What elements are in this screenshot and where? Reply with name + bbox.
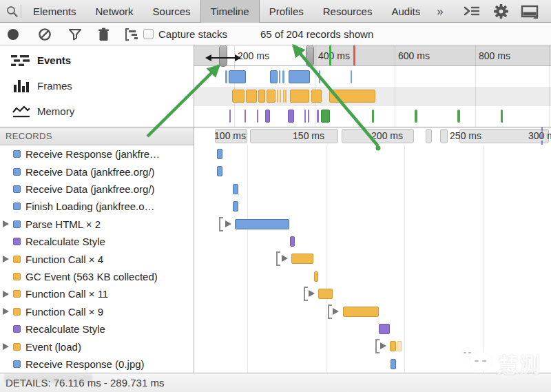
expander-triangle-icon[interactable] xyxy=(3,220,9,227)
events-icon xyxy=(10,54,32,67)
record-list-item[interactable]: Finish Loading (jankfree.o… xyxy=(0,198,194,215)
overview-scripting-bar xyxy=(246,90,257,103)
settings-gear-icon[interactable] xyxy=(493,3,509,19)
overview-loading-bar xyxy=(351,70,352,83)
timeline-record-bar[interactable] xyxy=(217,166,222,176)
sidebar-item-frames[interactable]: Frames xyxy=(0,73,194,99)
records-header: RECORDS xyxy=(0,127,194,145)
record-list-item[interactable]: Function Call × 9 xyxy=(0,303,194,320)
overview-loading-bar xyxy=(270,70,278,83)
frame-duration-bar xyxy=(440,129,448,143)
watermark-bubble-big xyxy=(470,352,492,371)
record-list-item[interactable]: Recalculate Style xyxy=(0,320,194,338)
timeline-record-bar[interactable] xyxy=(314,271,318,282)
flame-chart-icon[interactable] xyxy=(125,28,143,41)
overview-ruler-label: 400 ms xyxy=(318,50,350,61)
expander-triangle-icon[interactable] xyxy=(3,256,9,262)
timeline-record-bar[interactable] xyxy=(291,254,313,264)
overview-gridline xyxy=(395,45,395,127)
overview-painting_green-bar xyxy=(457,110,460,123)
record-list-item[interactable]: Receive Response (jankfre… xyxy=(0,145,194,163)
capture-stacks-checkbox[interactable] xyxy=(143,29,154,39)
tab-profiles[interactable]: Profiles xyxy=(260,0,313,23)
record-list-item[interactable]: Receive Response (0.jpg) xyxy=(0,355,194,373)
overview-pane[interactable]: 200 ms400 ms600 ms800 ms xyxy=(194,45,551,127)
sidebar-item-events[interactable]: Events xyxy=(0,48,194,73)
tab-sources[interactable]: Sources xyxy=(143,0,200,23)
clear-button[interactable] xyxy=(38,28,52,41)
selection-handle-right[interactable] xyxy=(306,45,314,67)
main-timeline-chart xyxy=(194,145,551,373)
record-list-item[interactable]: Function Call × 11 xyxy=(0,285,194,302)
expander-triangle-icon[interactable] xyxy=(380,342,386,349)
timeline-record-bar[interactable] xyxy=(233,184,238,194)
record-label: Parse HTML × 2 xyxy=(25,218,101,230)
timeline-record-bar[interactable] xyxy=(233,201,238,212)
main-ruler-label: 150 ms xyxy=(293,130,324,141)
timeline-record-bar[interactable] xyxy=(290,236,295,247)
dock-side-icon[interactable] xyxy=(521,5,540,19)
sidebar-split-border xyxy=(194,45,194,373)
expander-triangle-icon[interactable] xyxy=(225,220,231,227)
tab-audits[interactable]: Audits xyxy=(382,0,430,23)
group-bracket xyxy=(276,251,280,266)
group-bracket xyxy=(375,339,380,353)
trash-icon[interactable] xyxy=(98,28,110,41)
console-drawer-icon[interactable] xyxy=(463,4,481,19)
record-list-item[interactable]: Recalculate Style xyxy=(0,233,194,250)
tab-network[interactable]: Network xyxy=(86,0,143,23)
overview-painting_green-bar xyxy=(415,110,417,123)
timeline-record-bar[interactable] xyxy=(318,289,333,299)
record-label: Receive Response (jankfre… xyxy=(25,148,160,160)
records-shown-count: 65 of 204 records shown xyxy=(260,23,373,45)
expander-triangle-icon[interactable] xyxy=(3,343,9,350)
expander-triangle-icon[interactable] xyxy=(333,308,339,315)
expander-triangle-icon[interactable] xyxy=(309,290,315,297)
main-gridline xyxy=(404,145,405,373)
tab-resources[interactable]: Resources xyxy=(313,0,382,23)
search-icon[interactable] xyxy=(6,6,18,17)
resize-cursor-icon xyxy=(205,52,241,63)
main-ruler-label: 200 ms xyxy=(371,130,403,141)
record-type-swatch xyxy=(13,290,21,298)
overview-scripting-bar xyxy=(258,90,265,103)
overview-gridline xyxy=(475,45,476,127)
record-list-item[interactable]: Event (load) xyxy=(0,338,194,355)
record-list-item[interactable]: Receive Data (jankfree.org/) xyxy=(0,163,194,180)
overview-scripting-bar xyxy=(290,90,309,103)
sidebar-item-memory[interactable]: Memory xyxy=(0,99,194,124)
tab-timeline[interactable]: Timeline xyxy=(200,0,260,23)
timeline-record-bar[interactable] xyxy=(379,324,390,334)
timeline-record-bar[interactable] xyxy=(217,149,222,159)
record-list-item[interactable]: Function Call × 4 xyxy=(0,250,194,267)
overview-gridline xyxy=(549,45,550,127)
record-list-item[interactable]: Receive Data (jankfree.org/) xyxy=(0,180,194,198)
overview-loading-bar xyxy=(289,70,310,83)
record-type-swatch xyxy=(13,220,21,228)
record-type-swatch xyxy=(13,343,21,351)
record-label: Event (load) xyxy=(25,341,81,353)
tab-elements[interactable]: Elements xyxy=(23,0,86,23)
overview-event-marker xyxy=(353,45,355,65)
record-type-swatch xyxy=(13,256,21,263)
expander-triangle-icon[interactable] xyxy=(3,308,9,315)
frames-icon xyxy=(10,79,32,92)
main-ruler-label: 250 ms xyxy=(450,130,481,141)
main-ruler-label: 100 ms xyxy=(214,130,246,141)
tab-overflow-chevron[interactable]: » xyxy=(430,0,450,23)
timeline-toolbar: Capture stacks 65 of 204 records shown xyxy=(0,23,551,45)
record-type-swatch xyxy=(13,325,21,333)
overview-painting_purple-bar xyxy=(308,110,309,123)
expander-triangle-icon[interactable] xyxy=(282,255,288,262)
record-button[interactable] xyxy=(8,29,19,40)
timeline-record-bar[interactable] xyxy=(343,307,379,317)
record-list-item[interactable]: Parse HTML × 2 xyxy=(0,216,194,233)
expander-triangle-icon[interactable] xyxy=(3,291,9,298)
timeline-record-bar[interactable] xyxy=(390,341,396,351)
overview-painting_purple-bar xyxy=(257,110,258,123)
timeline-record-bar[interactable] xyxy=(235,219,289,229)
overview-loading-bar xyxy=(279,70,280,83)
timeline-record-bar[interactable] xyxy=(391,359,396,369)
record-list-item[interactable]: GC Event (563 KB collected) xyxy=(0,268,194,285)
filter-icon[interactable] xyxy=(68,28,82,41)
